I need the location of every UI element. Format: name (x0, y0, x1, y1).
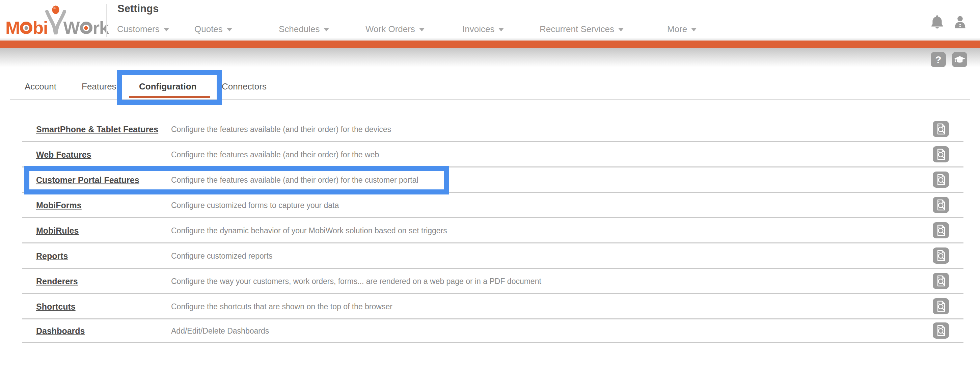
list-item-reports: Reports Configure customized reports (0, 243, 980, 269)
shortcuts-link[interactable]: Shortcuts (36, 301, 76, 311)
preview-document-icon[interactable] (933, 273, 949, 289)
tab-account[interactable]: Account (25, 80, 56, 93)
list-item-shortcuts: Shortcuts Configure the shortcuts that a… (0, 294, 980, 319)
tab-connectors[interactable]: Connectors (222, 80, 267, 93)
nav-item-recurrent-services[interactable]: Recurrent Services (539, 22, 624, 36)
row-description: Configure the dynamic behavior of your M… (171, 226, 447, 235)
mobiforms-link[interactable]: MobiForms (36, 200, 82, 210)
graduation-cap-icon (953, 53, 967, 67)
nav-item-quotes[interactable]: Quotes (194, 22, 232, 36)
reports-link[interactable]: Reports (36, 251, 68, 261)
app-header: Mbi Wrk Settings Customers Quotes Schedu… (0, 0, 980, 40)
question-mark-icon: ? (935, 54, 941, 65)
web-features-link[interactable]: Web Features (36, 150, 91, 159)
preview-document-icon[interactable] (933, 121, 949, 137)
row-description: Add/Edit/Delete Dashboards (171, 326, 269, 335)
row-description: Configure customized reports (171, 251, 272, 260)
row-description: Configure customized forms to capture yo… (171, 201, 339, 210)
tab-features[interactable]: Features (82, 80, 116, 93)
logo-text-m: M (5, 18, 19, 38)
nav-item-invoices[interactable]: Invoices (462, 22, 504, 36)
chevron-down-icon (419, 28, 425, 32)
row-description: Configure the features available (and th… (171, 175, 418, 185)
list-item-smartphone-tablet-features: SmartPhone & Tablet Features Configure t… (0, 116, 980, 142)
notifications-bell-icon[interactable] (929, 13, 945, 34)
row-description: Configure the way your customers, work o… (171, 277, 541, 286)
smartphone-tablet-features-link[interactable]: SmartPhone & Tablet Features (36, 124, 158, 134)
list-item-dashboards: Dashboards Add/Edit/Delete Dashboards (0, 319, 980, 342)
customer-portal-features-link[interactable]: Customer Portal Features (36, 175, 139, 185)
chevron-down-icon (164, 28, 169, 32)
accent-bar (0, 40, 980, 48)
page-title: Settings (118, 3, 159, 15)
nav-item-more[interactable]: More (667, 22, 697, 36)
list-item-mobiforms: MobiForms Configure customized forms to … (0, 193, 980, 218)
preview-document-icon[interactable] (933, 298, 949, 314)
preview-document-icon[interactable] (933, 197, 949, 213)
chevron-down-icon (227, 28, 232, 32)
settings-page: Mbi Wrk Settings Customers Quotes Schedu… (0, 0, 980, 366)
header-divider (106, 4, 107, 37)
nav-item-customers[interactable]: Customers (117, 22, 169, 36)
dashboards-link[interactable]: Dashboards (36, 326, 85, 336)
preview-document-icon[interactable] (933, 323, 949, 339)
logo-text-w: W (64, 18, 80, 38)
list-item-mobirules: MobiRules Configure the dynamic behavior… (0, 218, 980, 243)
page-shadow-gradient (0, 48, 980, 69)
user-profile-icon[interactable] (951, 14, 969, 34)
row-description: Configure the features available (and th… (171, 124, 391, 134)
list-item-renderers: Renderers Configure the way your custome… (0, 269, 980, 294)
tab-configuration[interactable]: Configuration (139, 80, 196, 93)
help-button[interactable]: ? (931, 52, 946, 67)
preview-document-icon[interactable] (933, 172, 949, 188)
row-description: Configure the features available (and th… (171, 150, 379, 159)
chevron-down-icon (498, 28, 504, 32)
preview-document-icon[interactable] (933, 248, 949, 264)
row-description: Configure the shortcuts that are shown o… (171, 302, 393, 311)
mobiwork-logo[interactable]: Mbi Wrk (5, 5, 109, 38)
tabs-separator (10, 99, 970, 100)
row-divider (22, 342, 964, 343)
logo-o-orange (20, 22, 32, 34)
list-item-web-features: Web Features Configure the features avai… (0, 142, 980, 167)
training-button[interactable] (952, 52, 967, 67)
preview-document-icon[interactable] (933, 146, 949, 162)
configuration-list: SmartPhone & Tablet Features Configure t… (0, 116, 980, 342)
chevron-down-icon (618, 28, 624, 32)
list-item-customer-portal-features: Customer Portal Features Configure the f… (0, 167, 980, 193)
chevron-down-icon (691, 28, 697, 32)
mobirules-link[interactable]: MobiRules (36, 226, 79, 236)
nav-item-work-orders[interactable]: Work Orders (366, 22, 425, 36)
logo-person-icon (45, 5, 66, 35)
chevron-down-icon (324, 28, 329, 32)
logo-o-gray (80, 22, 92, 34)
active-tab-underline (129, 96, 210, 98)
nav-item-schedules[interactable]: Schedules (279, 22, 329, 36)
renderers-link[interactable]: Renderers (36, 276, 78, 286)
preview-document-icon[interactable] (933, 222, 949, 239)
